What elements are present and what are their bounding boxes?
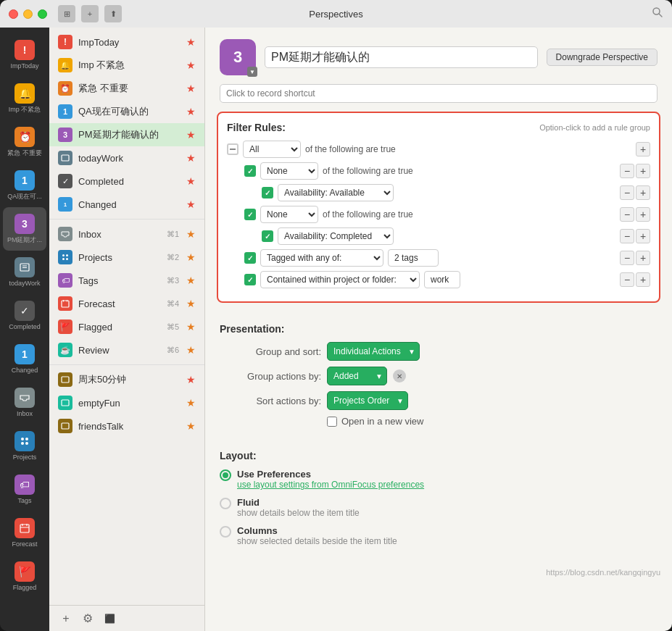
- rule-4-checkbox[interactable]: ✓: [244, 252, 256, 264]
- mid-item-flagged[interactable]: 🚩 Flagged ⌘5 ★: [49, 315, 204, 338]
- use-preferences-sublabel[interactable]: use layout settings from OmniFocus prefe…: [237, 480, 658, 490]
- sort-actions-select[interactable]: Projects Order Due Date Added Changed: [327, 391, 408, 410]
- sidebar-item-changed[interactable]: 1 Changed: [3, 338, 46, 381]
- rule-3a-remove-button[interactable]: −: [620, 229, 634, 243]
- mid-review-icon: ☕: [58, 343, 72, 357]
- sidebar-item-imp-not-urgent[interactable]: 🔔 Imp 不紧急: [3, 77, 46, 120]
- group-actions-select[interactable]: Added Changed Due Project: [327, 367, 387, 385]
- rule-2a-add-button[interactable]: +: [636, 185, 650, 200]
- rule-3-select[interactable]: None All Any: [260, 206, 318, 223]
- rule-1-select[interactable]: All Any None: [243, 141, 301, 158]
- rule-5-checkbox[interactable]: ✓: [244, 274, 256, 285]
- rule-1-add-button[interactable]: +: [636, 142, 650, 156]
- titlebar: ⊞ + ⬆ Perspectives: [0, 0, 672, 28]
- filter-rule-row-3a: ✓ Availability: Completed Availability: …: [262, 227, 650, 245]
- mid-projects-star: ★: [186, 251, 196, 263]
- collapse-button[interactable]: ⬛: [101, 611, 117, 627]
- share-icon[interactable]: ⬆: [104, 5, 122, 22]
- filter-rules-hint: Option-click to add a rule group: [539, 123, 650, 132]
- mid-item-urgent[interactable]: ⏰ 紧急 不重要 ★: [49, 77, 204, 100]
- rule-2-remove-button[interactable]: −: [620, 164, 634, 178]
- rule-4-add-button[interactable]: +: [636, 251, 650, 265]
- fluid-label: Fluid: [237, 497, 658, 508]
- rule-3-remove-button[interactable]: −: [620, 207, 634, 222]
- search-icon[interactable]: [652, 7, 663, 21]
- downgrade-perspective-button[interactable]: Downgrade Perspective: [547, 49, 658, 66]
- sidebar-item-todaywork[interactable]: todayWork: [3, 251, 46, 294]
- mid-completed-icon: ✓: [58, 174, 72, 188]
- rule-3-add-button[interactable]: +: [636, 207, 650, 222]
- mid-item-changed[interactable]: 1 Changed ★: [49, 193, 204, 216]
- sidebar-item-forecast[interactable]: Forecast: [3, 511, 46, 555]
- rule-5-contained-value[interactable]: work: [424, 271, 460, 288]
- perspective-icon-dropdown[interactable]: ▼: [247, 67, 257, 77]
- tags-label: Tags: [17, 497, 31, 505]
- sidebar-item-urgent[interactable]: ⏰ 紧急 不重要: [3, 120, 46, 164]
- group-sort-select[interactable]: Individual Actions Projects Tags: [327, 342, 420, 361]
- mid-item-todaywork[interactable]: todayWork ★: [49, 146, 204, 170]
- mid-item-emptyfun[interactable]: emptyFun ★: [49, 391, 204, 414]
- rule-4-remove-button[interactable]: −: [620, 251, 634, 265]
- rule-5-contained-select[interactable]: Contained within project or folder: Not …: [260, 271, 420, 288]
- rule-2a-buttons: − +: [620, 185, 650, 200]
- add-perspective-button[interactable]: +: [58, 611, 74, 627]
- sidebar-item-qa[interactable]: 1 QA现在可...: [3, 164, 46, 207]
- layout-fluid-row: Fluid show details below the item title: [220, 497, 658, 518]
- rule-3a-checkmark: ✓: [265, 233, 270, 241]
- mid-item-imptoday[interactable]: ! ImpToday ★: [49, 30, 204, 54]
- mid-item-pm[interactable]: 3 PM延期才能确认的 ★: [49, 123, 204, 146]
- rule-4-tag-value[interactable]: 2 tags: [388, 249, 439, 267]
- close-button[interactable]: [9, 9, 18, 19]
- sidebar-item-inbox[interactable]: Inbox: [3, 381, 46, 425]
- mid-item-review[interactable]: ☕ Review ⌘6 ★: [49, 338, 204, 362]
- sidebar-item-tags[interactable]: 🏷 Tags: [3, 468, 46, 511]
- sidebar-item-completed[interactable]: ✓ Completed: [3, 294, 46, 338]
- columns-radio[interactable]: [220, 526, 231, 538]
- mid-friendstalk-icon: [58, 419, 72, 433]
- mid-weekend-icon: [58, 372, 72, 387]
- rule-3a-checkbox[interactable]: ✓: [262, 230, 273, 242]
- settings-button[interactable]: ⚙: [80, 611, 96, 627]
- mid-forecast-shortcut: ⌘4: [167, 299, 179, 309]
- rule-2-checkbox[interactable]: ✓: [244, 165, 256, 177]
- perspective-name-input[interactable]: [265, 46, 538, 68]
- group-actions-clear-button[interactable]: ✕: [393, 369, 406, 383]
- rule-5-remove-button[interactable]: −: [620, 272, 634, 287]
- sidebar-item-flagged[interactable]: 🚩 Flagged: [3, 555, 46, 598]
- rule-5-add-button[interactable]: +: [636, 272, 650, 287]
- svg-point-7: [21, 442, 24, 445]
- rule-1-checkbox[interactable]: [227, 143, 238, 155]
- sidebar-item-imptoday[interactable]: ! ImpToday: [3, 33, 46, 77]
- use-preferences-radio[interactable]: [220, 469, 231, 481]
- rule-4-buttons: − +: [620, 251, 650, 265]
- maximize-button[interactable]: [38, 9, 47, 19]
- mid-item-completed[interactable]: ✓ Completed ★: [49, 170, 204, 193]
- rule-3-checkbox[interactable]: ✓: [244, 209, 256, 220]
- rule-2a-checkbox[interactable]: ✓: [262, 187, 273, 199]
- shortcut-input[interactable]: [220, 84, 658, 103]
- mid-item-qa[interactable]: 1 QA现在可确认的 ★: [49, 100, 204, 123]
- mid-item-inbox[interactable]: Inbox ⌘1 ★: [49, 222, 204, 246]
- perspective-icon-button[interactable]: 3 ▼: [220, 39, 256, 75]
- mid-item-tags[interactable]: 🏷 Tags ⌘3 ★: [49, 269, 204, 292]
- rule-2a-availability-select[interactable]: Availability: Available Availability: Co…: [278, 184, 394, 201]
- mid-item-friendstalk[interactable]: friendsTalk ★: [49, 414, 204, 438]
- mid-item-imp-not-urgent[interactable]: 🔔 Imp 不紧急 ★: [49, 54, 204, 77]
- rule-4-tagged-select[interactable]: Tagged with any of: Tagged with all of: …: [260, 249, 383, 267]
- rule-3a-availability-select[interactable]: Availability: Completed Availability: Av…: [278, 227, 394, 245]
- open-new-view-checkbox[interactable]: [327, 417, 337, 427]
- add-icon[interactable]: +: [81, 5, 99, 22]
- mid-item-forecast[interactable]: Forecast ⌘4 ★: [49, 292, 204, 315]
- fluid-radio[interactable]: [220, 498, 231, 509]
- minimize-button[interactable]: [23, 9, 33, 19]
- rule-2-select[interactable]: None All Any: [260, 162, 318, 180]
- sidebar-item-projects[interactable]: Projects: [3, 425, 46, 468]
- rule-3a-add-button[interactable]: +: [636, 229, 650, 243]
- rule-2a-remove-button[interactable]: −: [620, 185, 634, 200]
- mid-item-weekend[interactable]: 周末50分钟 ★: [49, 368, 204, 391]
- rule-2-add-button[interactable]: +: [636, 164, 650, 178]
- mid-item-projects[interactable]: Projects ⌘2 ★: [49, 246, 204, 269]
- sidebar-toggle-icon[interactable]: ⊞: [58, 5, 75, 22]
- mid-review-label: Review: [78, 345, 161, 356]
- sidebar-item-pm[interactable]: 3 PM延期才...: [3, 207, 46, 251]
